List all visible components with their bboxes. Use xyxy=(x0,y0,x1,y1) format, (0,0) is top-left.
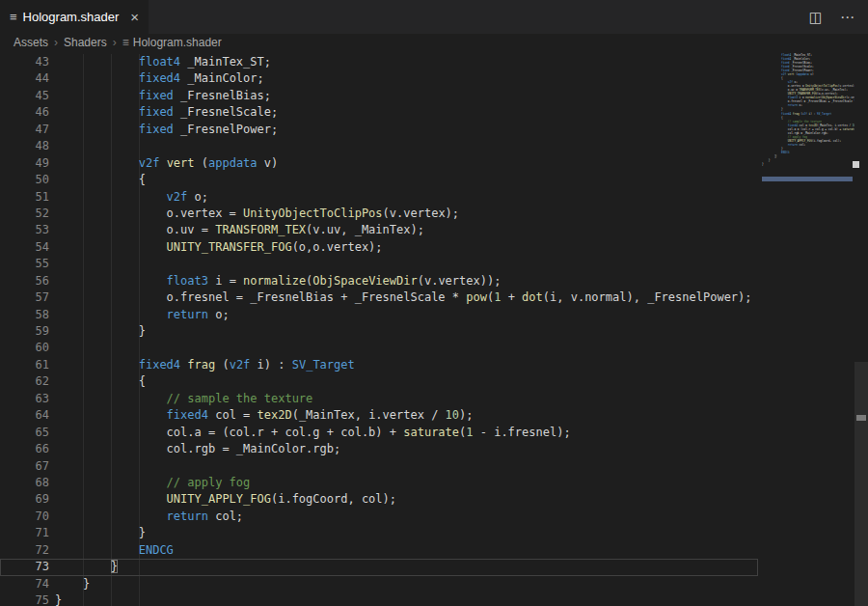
code-text[interactable]: fixed4 col = tex2D(_MainTex, i.vertex / … xyxy=(55,407,474,424)
line-number: 64 xyxy=(0,407,55,424)
code-text[interactable]: return col; xyxy=(55,509,243,525)
breadcrumb-file-label: Hologram.shader xyxy=(133,36,222,49)
line-number: 50 xyxy=(0,172,55,188)
tab-hologram-shader[interactable]: ≡ Hologram.shader × xyxy=(0,0,149,34)
code-line[interactable]: 47 fixed _FresnelPower; xyxy=(0,122,758,138)
line-number: 61 xyxy=(0,357,55,373)
code-line[interactable]: 52 o.vertex = UnityObjectToClipPos(v.ver… xyxy=(0,206,758,222)
code-text[interactable]: UNITY_TRANSFER_FOG(o,o.vertex); xyxy=(55,239,383,256)
code-text[interactable]: // apply fog xyxy=(55,475,250,491)
code-text[interactable]: o.uv = TRANSFORM_TEX(v.uv, _MainTex); xyxy=(55,222,424,238)
code-text[interactable]: ENDCG xyxy=(55,542,174,559)
line-number: 53 xyxy=(0,222,55,238)
code-text[interactable]: fixed4 _MainColor; xyxy=(55,70,264,87)
line-number: 70 xyxy=(0,509,55,525)
scrollbar-thumb[interactable] xyxy=(854,362,868,606)
overview-ruler-mark xyxy=(856,415,866,421)
line-number: 68 xyxy=(0,475,55,491)
code-line[interactable]: 70 return col; xyxy=(0,509,758,525)
code-line[interactable]: 53 o.uv = TRANSFORM_TEX(v.uv, _MainTex); xyxy=(0,222,758,238)
code-line[interactable]: 44 fixed4 _MainColor; xyxy=(0,70,758,87)
code-line[interactable]: 49 v2f vert (appdata v) xyxy=(0,155,758,172)
code-line[interactable]: 57 o.fresnel = _FresnelBias + _FresnelSc… xyxy=(0,289,758,306)
breadcrumb: Assets › Shaders › ≡ Hologram.shader xyxy=(0,34,868,50)
code-line[interactable]: 45 fixed _FresnelBias; xyxy=(0,88,758,104)
line-number: 58 xyxy=(0,307,55,323)
tab-title: Hologram.shader xyxy=(23,10,120,24)
code-text[interactable]: } xyxy=(55,525,146,541)
code-text[interactable]: o.fresnel = _FresnelBias + _FresnelScale… xyxy=(55,289,752,306)
vertical-scrollbar[interactable] xyxy=(854,50,868,606)
code-text[interactable]: v2f o; xyxy=(55,189,208,206)
code-line[interactable]: 64 fixed4 col = tex2D(_MainTex, i.vertex… xyxy=(0,407,758,424)
line-number: 75 xyxy=(0,592,55,606)
code-line[interactable]: 62 { xyxy=(0,373,758,390)
code-line[interactable]: 72 ENDCG xyxy=(0,542,758,559)
code-line[interactable]: 48 xyxy=(0,138,758,154)
code-line-current[interactable]: 73 } xyxy=(0,559,758,575)
code-line[interactable]: 67 xyxy=(0,458,758,475)
code-line[interactable]: 43 float4 _MainTex_ST; xyxy=(0,54,758,70)
line-number: 54 xyxy=(0,239,55,256)
code-text[interactable]: v2f vert (appdata v) xyxy=(55,155,278,172)
code-text[interactable]: } xyxy=(55,559,118,575)
shader-file-icon: ≡ xyxy=(10,10,17,24)
line-number: 63 xyxy=(0,391,55,407)
code-line[interactable]: 68 // apply fog xyxy=(0,475,758,491)
split-editor-icon[interactable]: ◫ xyxy=(809,9,823,26)
code-line[interactable]: 71 } xyxy=(0,525,758,541)
code-line[interactable]: 54 UNITY_TRANSFER_FOG(o,o.vertex); xyxy=(0,239,758,256)
minimap-content: float4 _MainTex_ST; fixed4 _MainColor; f… xyxy=(762,53,854,166)
breadcrumb-shaders[interactable]: Shaders xyxy=(64,36,107,49)
code-line[interactable]: 58 return o; xyxy=(0,307,758,323)
line-number: 55 xyxy=(0,256,55,272)
code-text[interactable]: float4 _MainTex_ST; xyxy=(55,54,271,70)
close-icon[interactable]: × xyxy=(130,9,139,25)
line-number: 65 xyxy=(0,425,55,441)
code-text[interactable]: fixed _FresnelScale; xyxy=(55,104,278,121)
code-line[interactable]: 65 col.a = (col.r + col.g + col.b) + sat… xyxy=(0,425,758,441)
code-line[interactable]: 74 } xyxy=(0,576,758,592)
line-number: 51 xyxy=(0,189,55,206)
code-line[interactable]: 56 float3 i = normalize(ObjSpaceViewDir(… xyxy=(0,273,758,289)
code-line[interactable]: 59 } xyxy=(0,323,758,340)
code-text[interactable]: } xyxy=(55,323,146,340)
code-text[interactable]: fixed _FresnelPower; xyxy=(55,122,278,138)
breadcrumb-file[interactable]: ≡ Hologram.shader xyxy=(122,36,222,49)
code-text[interactable]: fixed4 frag (v2f i) : SV_Target xyxy=(55,357,355,373)
more-actions-icon[interactable]: ⋯ xyxy=(840,9,854,26)
code-line[interactable]: 55 xyxy=(0,256,758,272)
line-number: 69 xyxy=(0,491,55,508)
code-text[interactable]: return o; xyxy=(55,307,230,323)
code-line[interactable]: 66 col.rgb = _MainColor.rgb; xyxy=(0,441,758,457)
code-text[interactable]: UNITY_APPLY_FOG(i.fogCoord, col); xyxy=(55,491,396,508)
line-number: 43 xyxy=(0,54,55,70)
code-line[interactable]: 60 xyxy=(0,340,758,356)
code-text[interactable]: col.rgb = _MainColor.rgb; xyxy=(55,441,340,457)
code-text[interactable]: fixed _FresnelBias; xyxy=(55,88,271,104)
code-line[interactable]: 61 fixed4 frag (v2f i) : SV_Target xyxy=(0,357,758,373)
code-text[interactable]: } xyxy=(55,576,90,592)
code-line[interactable]: 63 // sample the texture xyxy=(0,391,758,407)
code-text[interactable]: { xyxy=(55,172,146,188)
line-number: 67 xyxy=(0,458,55,475)
code-editor[interactable]: 43 float4 _MainTex_ST;44 fixed4 _MainCol… xyxy=(0,50,868,606)
code-text[interactable]: // sample the texture xyxy=(55,391,312,407)
code-text[interactable]: { xyxy=(55,373,146,390)
line-number: 57 xyxy=(0,289,55,306)
code-line[interactable]: 51 v2f o; xyxy=(0,189,758,206)
code-line[interactable]: 50 { xyxy=(0,172,758,188)
code-line[interactable]: 69 UNITY_APPLY_FOG(i.fogCoord, col); xyxy=(0,491,758,508)
line-number: 46 xyxy=(0,104,55,121)
code-text[interactable]: col.a = (col.r + col.g + col.b) + satura… xyxy=(55,425,571,441)
line-number: 49 xyxy=(0,155,55,172)
line-number: 71 xyxy=(0,525,55,541)
line-number: 72 xyxy=(0,542,55,559)
code-line[interactable]: 75} xyxy=(0,592,758,606)
code-text[interactable]: float3 i = normalize(ObjSpaceViewDir(v.v… xyxy=(55,273,501,289)
code-line[interactable]: 46 fixed _FresnelScale; xyxy=(0,104,758,121)
breadcrumb-assets[interactable]: Assets xyxy=(14,36,48,49)
code-text[interactable]: } xyxy=(55,592,62,606)
code-text[interactable]: o.vertex = UnityObjectToClipPos(v.vertex… xyxy=(55,206,459,222)
code-lines: 43 float4 _MainTex_ST;44 fixed4 _MainCol… xyxy=(0,54,758,606)
